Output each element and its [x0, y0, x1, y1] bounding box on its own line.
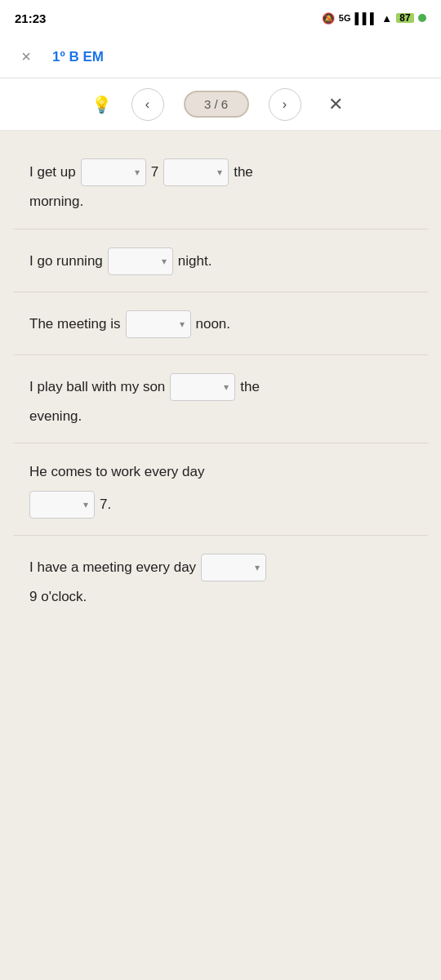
select-1a[interactable]: at in on [81, 158, 146, 186]
select-4[interactable]: at in on [170, 373, 235, 401]
pagination-badge: 3 / 6 [184, 91, 249, 118]
sentence-row-6a: I have a meeting every day at in on [29, 554, 412, 581]
exercise-item-2: I go running at in on night. [13, 229, 428, 292]
signal-bars-icon: ▌▌▌ [354, 12, 377, 24]
exercise-item-1: I get up at in on 7 at in on [13, 140, 428, 229]
status-time: 21:23 [15, 11, 46, 25]
text-7-5: 7. [100, 494, 111, 515]
dropdown-4[interactable]: at in on [170, 373, 235, 401]
sentence-row-1b: morning. [29, 191, 412, 212]
nav-bar: × 1º B EM [0, 36, 441, 78]
text-7: 7 [151, 162, 158, 183]
exercise-item-5: He comes to work every day at in on 7. [13, 443, 428, 536]
nav-title: 1º B EM [52, 49, 428, 65]
text-night: night. [178, 251, 212, 272]
select-5[interactable]: at in on [29, 491, 95, 519]
mute-icon: 🔕 [322, 12, 335, 24]
exercise-item-3: The meeting is at in on noon. [13, 292, 428, 355]
select-3[interactable]: at in on [126, 310, 191, 338]
close-button[interactable]: ✕ [321, 94, 350, 115]
text-i-have-meeting: I have a meeting every day [29, 557, 196, 578]
text-evening: evening. [29, 406, 82, 427]
dropdown-3[interactable]: at in on [126, 310, 191, 338]
sentence-row-5b: at in on 7. [29, 491, 412, 519]
text-morning: morning. [29, 191, 83, 212]
dropdown-6[interactable]: at in on [201, 554, 266, 581]
exercise-item-6: I have a meeting every day at in on 9 o'… [13, 536, 428, 624]
text-i-go-running: I go running [29, 251, 103, 272]
select-1b[interactable]: at in on [163, 158, 229, 186]
text-the-4: the [240, 376, 260, 398]
sentence-row-1: I get up at in on 7 at in on [29, 158, 412, 186]
exercise-item-4: I play ball with my son at in on the eve… [13, 355, 428, 444]
nav-close-button[interactable]: × [13, 47, 39, 66]
battery-icon: 87 [396, 13, 414, 23]
prev-button[interactable]: ‹ [131, 88, 164, 121]
dropdown-1b[interactable]: at in on [163, 158, 229, 186]
dropdown-2[interactable]: at in on [108, 247, 173, 275]
active-dot [418, 14, 426, 22]
sentence-row-3: The meeting is at in on noon. [29, 310, 412, 338]
next-button[interactable]: › [269, 88, 301, 121]
status-bar: 21:23 🔕 5G ▌▌▌ ▲ 87 [0, 0, 441, 36]
hint-button[interactable]: 💡 [91, 95, 112, 114]
sentence-row-5a: He comes to work every day [29, 461, 412, 483]
wifi-icon: ▲ [381, 12, 392, 24]
sentence-row-4a: I play ball with my son at in on the [29, 373, 412, 401]
text-9-oclock: 9 o'clock. [29, 586, 87, 608]
exercise-card: I get up at in on 7 at in on [13, 140, 428, 623]
sentence-row-6b: 9 o'clock. [29, 586, 412, 608]
main-content: I get up at in on 7 at in on [0, 131, 441, 980]
prev-icon: ‹ [145, 97, 149, 112]
text-he-comes: He comes to work every day [29, 461, 204, 483]
sentence-row-4b: evening. [29, 406, 412, 427]
toolbar: 💡 ‹ 3 / 6 › ✕ [0, 78, 441, 131]
text-noon: noon. [196, 314, 231, 335]
sentence-row-2: I go running at in on night. [29, 247, 412, 275]
text-the-meeting-is: The meeting is [29, 314, 121, 335]
dropdown-5[interactable]: at in on [29, 491, 95, 519]
signal-icon: 5G [339, 13, 351, 23]
text-i-get-up: I get up [29, 162, 76, 183]
dropdown-1a[interactable]: at in on [81, 158, 146, 186]
select-6[interactable]: at in on [201, 554, 266, 581]
select-2[interactable]: at in on [108, 247, 173, 275]
text-the-1: the [234, 162, 253, 183]
status-icons: 🔕 5G ▌▌▌ ▲ 87 [322, 12, 426, 24]
text-i-play-ball: I play ball with my son [29, 376, 165, 398]
next-icon: › [283, 97, 287, 112]
